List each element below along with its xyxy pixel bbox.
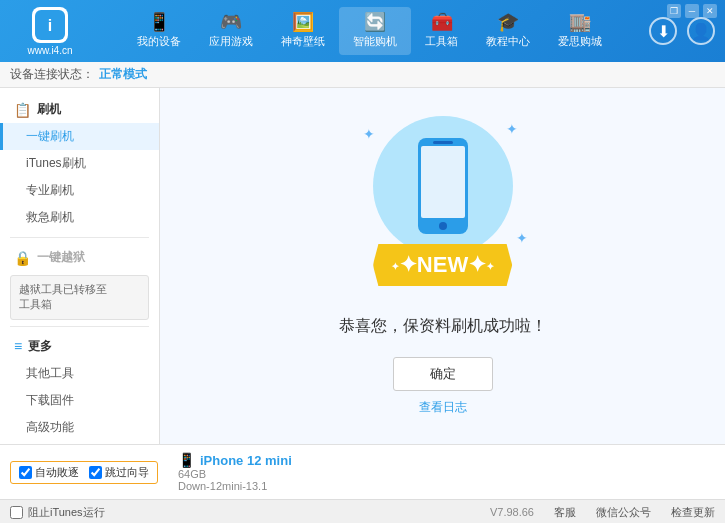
nav-my-device-label: 我的设备 [137, 34, 181, 49]
sidebar-header-flash: 📋 刷机 [0, 96, 159, 123]
jailbreak-notice: 越狱工具已转移至工具箱 [10, 275, 149, 320]
nav-wallpaper-label: 神奇壁纸 [281, 34, 325, 49]
footer: 阻止iTunes运行 V7.98.66 客服 微信公众号 检查更新 [0, 499, 725, 523]
jailbreak-section-label: 一键越狱 [37, 249, 85, 266]
checkbox-group: 自动敗逐 跳过向导 [10, 461, 158, 484]
status-label: 设备连接状态： [10, 66, 94, 83]
sidebar-item-download-firmware[interactable]: 下载固件 [0, 387, 159, 414]
sidebar-header-jailbreak: 🔒 一键越狱 [0, 244, 159, 271]
confirm-button[interactable]: 确定 [393, 357, 493, 391]
restore-button[interactable]: ❒ [667, 4, 681, 18]
svg-rect-5 [433, 141, 453, 144]
illustration: ✦ ✦ ✦ ✦NEW✦ [343, 116, 543, 296]
logo: i www.i4.cn [10, 7, 90, 56]
top-right-controls: ⬇ 👤 [649, 17, 715, 45]
version-text: V7.98.66 [490, 506, 534, 518]
logo-text: www.i4.cn [27, 45, 72, 56]
phone-graphic [413, 136, 473, 236]
success-message: 恭喜您，保资料刷机成功啦！ [339, 316, 547, 337]
more-section-label: 更多 [28, 338, 52, 355]
nav-smart-shop[interactable]: 🔄 智能购机 [339, 7, 411, 55]
nav-tutorial[interactable]: 🎓 教程中心 [472, 7, 544, 55]
sidebar-header-more: ≡ 更多 [0, 333, 159, 360]
status-value: 正常模式 [99, 66, 147, 83]
sidebar-section-more: ≡ 更多 其他工具 下载固件 高级功能 [0, 333, 159, 441]
new-badge: ✦NEW✦ [373, 244, 512, 286]
top-bar: ❒ ─ ✕ i www.i4.cn 📱 我的设备 🎮 应用游戏 🖼️ 神奇壁纸 … [0, 0, 725, 62]
sparkle-icon-2: ✦ [506, 121, 518, 137]
sparkle-icon-1: ✦ [363, 126, 375, 142]
skip-wizard-label: 跳过向导 [105, 465, 149, 480]
svg-point-4 [439, 222, 447, 230]
device-capacity: 64GB [178, 468, 715, 480]
sidebar-item-other-tools[interactable]: 其他工具 [0, 360, 159, 387]
phone-circle [373, 116, 513, 256]
device-model: Down-12mini-13.1 [178, 480, 715, 492]
check-update-link[interactable]: 检查更新 [671, 505, 715, 520]
auto-dismiss-checkbox[interactable] [19, 466, 32, 479]
device-name-text: iPhone 12 mini [200, 453, 292, 468]
tools-icon: 🧰 [431, 13, 453, 31]
mi-shop-icon: 🏬 [569, 13, 591, 31]
minimize-button[interactable]: ─ [685, 4, 699, 18]
auto-dismiss-checkbox-item: 自动敗逐 [19, 465, 79, 480]
flash-section-icon: 📋 [14, 102, 31, 118]
nav-mi-shop[interactable]: 🏬 爱思购城 [544, 7, 616, 55]
skip-wizard-checkbox-item: 跳过向导 [89, 465, 149, 480]
nav-wallpaper[interactable]: 🖼️ 神奇壁纸 [267, 7, 339, 55]
nav-mi-shop-label: 爱思购城 [558, 34, 602, 49]
sparkle-icon-3: ✦ [516, 230, 528, 246]
sidebar-item-advanced[interactable]: 高级功能 [0, 414, 159, 441]
window-controls: ❒ ─ ✕ [667, 4, 717, 18]
sidebar-section-flash: 📋 刷机 一键刷机 iTunes刷机 专业刷机 救急刷机 [0, 96, 159, 231]
more-section-icon: ≡ [14, 338, 22, 354]
sidebar-item-itunes-flash[interactable]: iTunes刷机 [0, 150, 159, 177]
svg-rect-3 [421, 146, 465, 218]
main-content-area: ✦ ✦ ✦ ✦NEW✦ 恭喜您，保资料刷机成功啦！ 确定 查看日志 [160, 88, 725, 444]
logo-icon: i [32, 7, 68, 43]
footer-right: V7.98.66 客服 微信公众号 检查更新 [490, 505, 715, 520]
device-bar: 自动敗逐 跳过向导 📱 iPhone 12 mini 64GB Down-12m… [0, 444, 725, 499]
nav-smart-shop-label: 智能购机 [353, 34, 397, 49]
wallpaper-icon: 🖼️ [292, 13, 314, 31]
nav-bar: 📱 我的设备 🎮 应用游戏 🖼️ 神奇壁纸 🔄 智能购机 🧰 工具箱 🎓 教程中… [100, 7, 639, 55]
device-name-row: 📱 iPhone 12 mini [178, 452, 715, 468]
download-button[interactable]: ⬇ [649, 17, 677, 45]
sidebar-item-pro-flash[interactable]: 专业刷机 [0, 177, 159, 204]
smart-shop-icon: 🔄 [364, 13, 386, 31]
sidebar-item-save-flash[interactable]: 救急刷机 [0, 204, 159, 231]
flash-section-label: 刷机 [37, 101, 61, 118]
divider-1 [10, 237, 149, 238]
nav-tools[interactable]: 🧰 工具箱 [411, 7, 472, 55]
user-button[interactable]: 👤 [687, 17, 715, 45]
auto-dismiss-label: 自动敗逐 [35, 465, 79, 480]
sidebar-item-one-click-flash[interactable]: 一键刷机 [0, 123, 159, 150]
status-bar: 设备连接状态： 正常模式 [0, 62, 725, 88]
main-layout: 📋 刷机 一键刷机 iTunes刷机 专业刷机 救急刷机 🔒 一键越狱 越狱工 [0, 88, 725, 444]
sidebar-section-jailbreak: 🔒 一键越狱 越狱工具已转移至工具箱 [0, 244, 159, 320]
footer-left: 阻止iTunes运行 [10, 505, 105, 520]
tutorial-icon: 🎓 [497, 13, 519, 31]
device-info: 📱 iPhone 12 mini 64GB Down-12mini-13.1 [168, 452, 715, 492]
wechat-link[interactable]: 微信公众号 [596, 505, 651, 520]
close-button[interactable]: ✕ [703, 4, 717, 18]
stop-itunes-checkbox[interactable] [10, 506, 23, 519]
nav-tutorial-label: 教程中心 [486, 34, 530, 49]
svg-text:i: i [48, 17, 52, 34]
jailbreak-section-icon: 🔒 [14, 250, 31, 266]
nav-apps-games-label: 应用游戏 [209, 34, 253, 49]
sidebar: 📋 刷机 一键刷机 iTunes刷机 专业刷机 救急刷机 🔒 一键越狱 越狱工 [0, 88, 160, 444]
my-device-icon: 📱 [148, 13, 170, 31]
nav-my-device[interactable]: 📱 我的设备 [123, 7, 195, 55]
explore-log-link[interactable]: 查看日志 [419, 399, 467, 416]
stop-itunes-label: 阻止iTunes运行 [28, 505, 105, 520]
nav-tools-label: 工具箱 [425, 34, 458, 49]
customer-service-link[interactable]: 客服 [554, 505, 576, 520]
nav-apps-games[interactable]: 🎮 应用游戏 [195, 7, 267, 55]
skip-wizard-checkbox[interactable] [89, 466, 102, 479]
device-phone-icon: 📱 [178, 452, 195, 468]
divider-2 [10, 326, 149, 327]
apps-games-icon: 🎮 [220, 13, 242, 31]
